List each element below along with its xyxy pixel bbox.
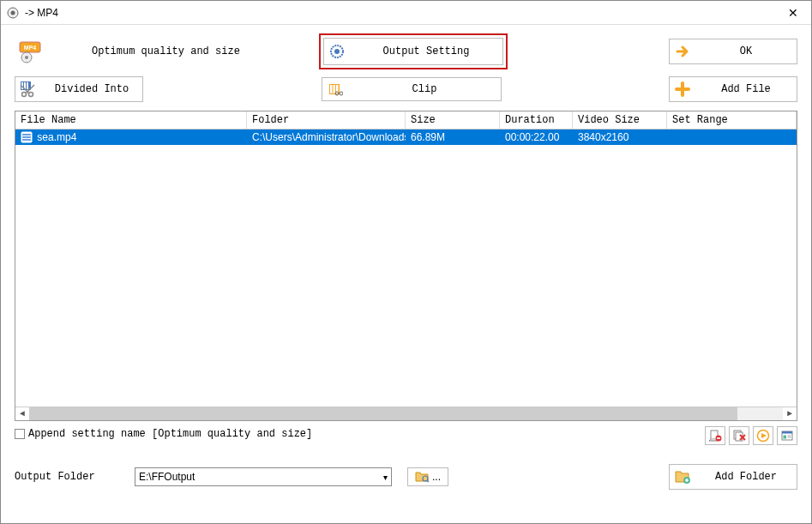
cell-videosize: 3840x2160 xyxy=(573,131,667,143)
col-header-videosize[interactable]: Video Size xyxy=(573,111,667,129)
scroll-left-arrow[interactable]: ◄ xyxy=(15,407,29,420)
table-row[interactable]: sea.mp4 C:\Users\Administrator\Downloads… xyxy=(15,129,797,145)
file-list: File Name Folder Size Duration Video Siz… xyxy=(15,111,797,421)
svg-point-5 xyxy=(25,56,28,59)
svg-point-19 xyxy=(340,92,343,95)
cell-filename: sea.mp4 xyxy=(37,131,76,143)
add-folder-button[interactable]: Add Folder xyxy=(669,464,797,490)
col-header-duration[interactable]: Duration xyxy=(500,111,573,129)
svg-point-1 xyxy=(11,10,15,15)
svg-rect-21 xyxy=(22,134,31,136)
col-header-size[interactable]: Size xyxy=(406,111,500,129)
play-button[interactable] xyxy=(753,426,773,445)
svg-rect-31 xyxy=(782,431,792,434)
col-header-setrange[interactable]: Set Range xyxy=(667,111,797,129)
scroll-right-arrow[interactable]: ► xyxy=(783,407,797,420)
horizontal-scrollbar[interactable]: ◄ ► xyxy=(15,407,797,420)
divided-into-label: Divided Into xyxy=(41,83,142,95)
ok-label: OK xyxy=(695,45,797,57)
add-file-button[interactable]: Add File xyxy=(669,76,797,102)
output-folder-select[interactable]: E:\FFOutput ▾ xyxy=(135,467,392,486)
col-header-filename[interactable]: File Name xyxy=(15,111,247,129)
folder-plus-icon xyxy=(670,469,695,485)
mp4-icon: MP4 xyxy=(18,39,44,64)
cell-folder: C:\Users\Administrator\Downloads xyxy=(247,131,406,143)
plus-icon xyxy=(670,81,695,97)
folder-icon xyxy=(415,471,430,483)
properties-button[interactable] xyxy=(777,426,797,445)
scissors-icon xyxy=(15,80,41,99)
window-title: -> MP4 xyxy=(25,7,780,19)
svg-rect-23 xyxy=(22,139,31,141)
clip-button[interactable]: Clip xyxy=(322,77,502,101)
svg-rect-11 xyxy=(27,82,28,89)
toolbar: MP4 Optimum quality and size Output Sett… xyxy=(1,25,811,105)
clip-label: Clip xyxy=(348,83,501,95)
output-folder-value: E:\FFOutput xyxy=(139,471,195,483)
svg-rect-26 xyxy=(717,437,720,439)
svg-rect-16 xyxy=(334,85,336,93)
quality-label: Optimum quality and size xyxy=(92,45,306,57)
cell-size: 66.89M xyxy=(406,131,500,143)
svg-text:MP4: MP4 xyxy=(24,45,37,51)
output-folder-row: Output Folder E:\FFOutput ▾ ... Add Fold… xyxy=(1,464,811,490)
output-setting-highlight: Output Setting xyxy=(319,33,508,69)
scroll-track[interactable] xyxy=(29,407,783,420)
output-setting-label: Output Setting xyxy=(350,45,502,57)
chevron-down-icon: ▾ xyxy=(383,473,388,482)
titlebar: -> MP4 ✕ xyxy=(1,1,811,25)
gear-icon xyxy=(324,44,350,59)
clear-all-button[interactable] xyxy=(729,426,749,445)
svg-rect-32 xyxy=(784,436,787,439)
append-setting-label: Append setting name [Optimum quality and… xyxy=(28,428,312,440)
app-icon xyxy=(6,6,20,20)
browse-output-button[interactable]: ... xyxy=(407,467,448,486)
close-button[interactable]: ✕ xyxy=(780,6,806,20)
col-header-folder[interactable]: Folder xyxy=(247,111,406,129)
add-folder-label: Add Folder xyxy=(695,471,797,483)
svg-rect-34 xyxy=(788,437,791,438)
ok-button[interactable]: OK xyxy=(669,39,797,64)
svg-rect-15 xyxy=(330,85,333,93)
output-folder-label: Output Folder xyxy=(15,471,135,483)
append-setting-row: Append setting name [Optimum quality and… xyxy=(1,428,811,440)
list-header: File Name Folder Size Duration Video Siz… xyxy=(15,111,797,129)
svg-rect-33 xyxy=(788,436,791,437)
arrow-right-icon xyxy=(670,44,695,59)
svg-point-7 xyxy=(334,49,340,54)
remove-item-button[interactable] xyxy=(705,426,725,445)
output-setting-button[interactable]: Output Setting xyxy=(323,38,503,65)
add-file-label: Add File xyxy=(695,83,797,95)
list-body: sea.mp4 C:\Users\Administrator\Downloads… xyxy=(15,129,797,407)
divided-into-button[interactable]: Divided Into xyxy=(15,76,143,102)
append-setting-checkbox[interactable] xyxy=(15,429,25,439)
svg-rect-22 xyxy=(22,136,31,138)
scroll-thumb[interactable] xyxy=(29,407,737,420)
cell-duration: 00:00:22.00 xyxy=(500,131,573,143)
clip-icon xyxy=(322,81,348,97)
browse-dots: ... xyxy=(432,471,441,483)
video-file-icon xyxy=(21,131,33,143)
